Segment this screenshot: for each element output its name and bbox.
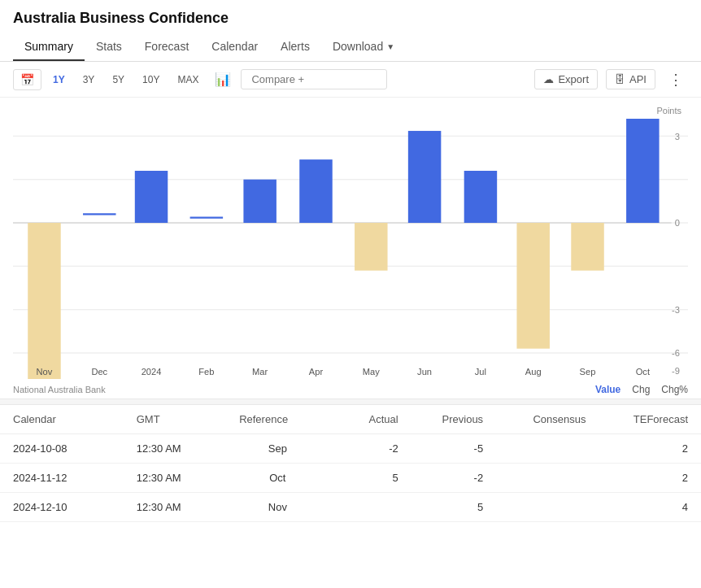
api-button[interactable]: 🗄 API: [606, 69, 655, 89]
svg-text:-9: -9: [672, 365, 680, 375]
svg-text:Feb: Feb: [198, 366, 214, 376]
table-row: 2024-12-10 12:30 AM Nov 5 4: [0, 493, 701, 522]
col-header-gmt: GMT: [124, 405, 226, 434]
cell-previous: 5: [411, 493, 496, 522]
bar-chart-icon: 📊: [215, 72, 231, 86]
col-header-previous: Previous: [411, 405, 496, 434]
compare-input[interactable]: [241, 69, 387, 89]
col-header-calendar: Calendar: [0, 405, 124, 434]
col-header-actual: Actual: [329, 405, 411, 434]
cell-gmt: 12:30 AM: [124, 434, 226, 464]
svg-text:Dec: Dec: [91, 366, 107, 376]
cell-actual: [329, 493, 411, 522]
bar-2024: [135, 171, 168, 223]
chart-legend: Value Chg Chg%: [595, 384, 688, 395]
chart-source: National Australia Bank: [13, 385, 106, 394]
bar-aug: [516, 223, 549, 349]
cell-calendar: 2024-11-12: [0, 464, 124, 493]
chart-svg: 3 0 -3 -6 -9: [13, 119, 688, 379]
col-header-reference: Reference: [226, 405, 329, 434]
legend-value[interactable]: Value: [595, 384, 620, 395]
col-header-consensus: Consensus: [496, 405, 599, 434]
export-icon: ☁: [543, 73, 554, 85]
cell-calendar: 2024-12-10: [0, 493, 124, 522]
svg-text:3: 3: [675, 131, 680, 141]
time-max[interactable]: MAX: [171, 71, 205, 89]
col-header-teforecast: TEForecast: [599, 405, 701, 434]
cell-consensus: [496, 464, 599, 493]
cell-gmt: 12:30 AM: [124, 464, 226, 493]
table-row: 2024-10-08 12:30 AM Sep -2 -5 2: [0, 434, 701, 464]
cell-teforecast: 2: [599, 464, 701, 493]
cell-reference: Nov: [226, 493, 329, 522]
cell-consensus: [496, 493, 599, 522]
cell-reference: Oct: [226, 464, 329, 493]
chart-footer: National Australia Bank Value Chg Chg%: [13, 379, 688, 399]
svg-text:Aug: Aug: [525, 366, 542, 376]
cell-consensus: [496, 434, 599, 464]
table-section: Calendar GMT Reference Actual Previous C…: [0, 405, 701, 535]
bar-oct: [626, 119, 659, 223]
bar-sep: [571, 223, 603, 271]
svg-text:-6: -6: [672, 348, 680, 358]
svg-text:Oct: Oct: [636, 366, 651, 376]
svg-text:2024: 2024: [142, 366, 162, 376]
time-10y[interactable]: 10Y: [136, 71, 166, 89]
time-5y[interactable]: 5Y: [106, 71, 131, 89]
bar-jul: [464, 171, 497, 223]
tab-alerts[interactable]: Alerts: [269, 33, 321, 61]
page-title: Australia Business Confidence: [0, 0, 701, 33]
legend-chg[interactable]: Chg: [632, 384, 650, 395]
svg-text:Apr: Apr: [309, 366, 323, 376]
cell-actual: 5: [329, 464, 411, 493]
svg-text:-3: -3: [672, 305, 680, 315]
bar-jun: [408, 131, 441, 223]
cell-teforecast: 4: [599, 493, 701, 522]
tab-download[interactable]: Download ▼: [321, 33, 406, 61]
calendar-icon: 📅: [20, 73, 34, 86]
bar-may: [355, 223, 387, 271]
svg-text:Jun: Jun: [417, 366, 432, 376]
tab-stats[interactable]: Stats: [85, 33, 133, 61]
tab-summary[interactable]: Summary: [13, 33, 85, 61]
time-3y[interactable]: 3Y: [76, 71, 102, 89]
tab-forecast[interactable]: Forecast: [133, 33, 200, 61]
svg-text:0: 0: [675, 218, 680, 228]
svg-text:Nov: Nov: [37, 366, 53, 376]
bar-nov: [28, 223, 60, 379]
time-1y[interactable]: 1Y: [46, 71, 72, 89]
cell-calendar: 2024-10-08: [0, 434, 124, 464]
svg-text:May: May: [363, 366, 380, 376]
nav-tabs: Summary Stats Forecast Calendar Alerts D…: [0, 33, 701, 62]
svg-text:Jul: Jul: [475, 366, 486, 376]
cell-reference: Sep: [226, 434, 329, 464]
svg-text:Mar: Mar: [252, 366, 268, 376]
tab-calendar[interactable]: Calendar: [200, 33, 269, 61]
cell-previous: -2: [411, 464, 496, 493]
svg-text:Sep: Sep: [580, 366, 596, 376]
divider: [0, 399, 701, 405]
table-row: 2024-11-12 12:30 AM Oct 5 -2 2: [0, 464, 701, 493]
api-icon: 🗄: [615, 73, 625, 85]
cell-previous: -5: [411, 434, 496, 464]
y-axis-label: Points: [13, 106, 688, 115]
export-button[interactable]: ☁ Export: [534, 69, 598, 89]
bar-apr: [299, 159, 332, 223]
legend-chgpct[interactable]: Chg%: [661, 384, 688, 395]
cell-actual: -2: [329, 434, 411, 464]
data-table: Calendar GMT Reference Actual Previous C…: [0, 405, 701, 522]
toolbar: 📅 1Y 3Y 5Y 10Y MAX 📊 ☁ Export 🗄 API ⋮: [0, 62, 701, 98]
cell-teforecast: 2: [599, 434, 701, 464]
chevron-down-icon: ▼: [386, 42, 394, 51]
cell-gmt: 12:30 AM: [124, 493, 226, 522]
more-options-button[interactable]: ⋮: [664, 69, 688, 90]
chart-type-button[interactable]: 📊: [210, 68, 236, 90]
calendar-button[interactable]: 📅: [13, 69, 41, 90]
bar-mar: [243, 180, 276, 223]
chart-container: Points 3 0 -3 -6 -9: [0, 98, 701, 399]
